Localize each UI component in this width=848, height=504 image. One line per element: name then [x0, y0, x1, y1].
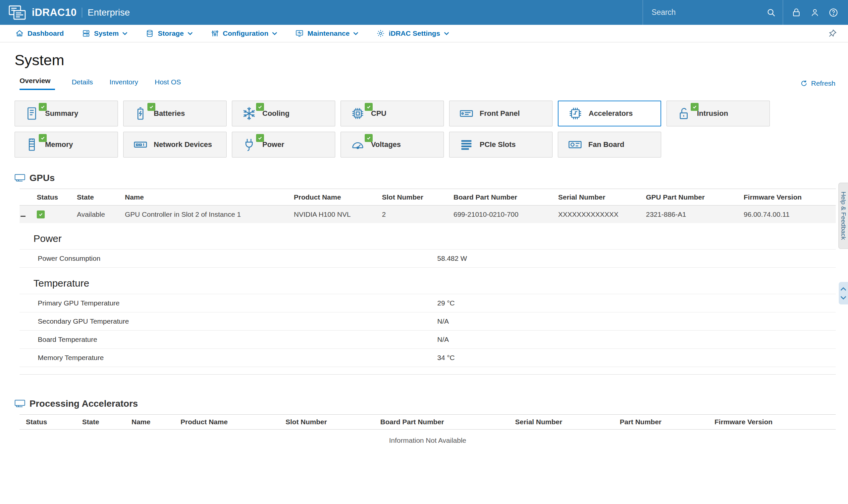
tile-power[interactable]: Power: [232, 132, 335, 158]
tile-label: Accelerators: [589, 109, 633, 118]
temperature-rows: Primary GPU Temperature 29 °C Secondary …: [20, 294, 836, 367]
tile-cpu[interactable]: CPU: [341, 101, 444, 126]
nav-label: System: [94, 30, 119, 37]
col-serial-number: Serial Number: [558, 193, 646, 201]
brand-name: iDRAC10: [32, 6, 76, 19]
tile-intrusion[interactable]: Intrusion: [667, 101, 770, 126]
tile-memory[interactable]: Memory: [15, 132, 118, 158]
gpu-firmware-version-cell: 96.00.74.00.11: [744, 211, 836, 218]
col-slot-number: Slot Number: [285, 418, 380, 426]
gpu-part-number-cell: 2321-886-A1: [646, 211, 744, 218]
tab-host-os[interactable]: Host OS: [155, 78, 181, 90]
health-ok-badge: [39, 134, 47, 142]
cpu-icon: [349, 105, 366, 122]
sliders-icon: [211, 29, 219, 38]
gpu-status-cell: [37, 211, 77, 218]
padlock-icon: [675, 105, 692, 122]
tile-fan-board[interactable]: Fan Board: [558, 132, 661, 158]
nav-label: Storage: [158, 30, 184, 37]
tile-accelerators[interactable]: Accelerators: [558, 101, 661, 126]
chevron-down-icon: [188, 32, 193, 35]
search-input[interactable]: [651, 7, 765, 17]
detail-label: Power Consumption: [38, 254, 437, 263]
tab-inventory[interactable]: Inventory: [110, 78, 138, 90]
main-nav: Dashboard System Storage Configur: [0, 25, 848, 42]
top-icon-group: [783, 0, 848, 25]
tile-voltages[interactable]: Voltages: [341, 132, 444, 158]
tile-front-panel[interactable]: Front Panel: [449, 101, 553, 126]
col-slot-number: Slot Number: [382, 193, 453, 201]
tile-label: Cooling: [262, 109, 290, 118]
scroll-up-icon[interactable]: [840, 286, 847, 291]
detail-row: Secondary GPU Temperature N/A: [20, 312, 836, 330]
tile-label: Batteries: [154, 109, 185, 118]
gpus-table-header: Status State Name Product Name Slot Numb…: [20, 188, 836, 205]
col-firmware-version: Firmware Version: [744, 193, 836, 201]
nav-maintenance[interactable]: Maintenance: [295, 29, 359, 38]
help-feedback-tab[interactable]: Help & Feedback: [838, 183, 848, 249]
gpu-card-icon: [15, 174, 25, 182]
collapse-row-control[interactable]: [20, 211, 37, 218]
detail-value: 58.482 W: [437, 254, 836, 263]
col-name: Name: [132, 418, 180, 426]
tile-batteries[interactable]: Batteries: [123, 101, 227, 126]
tile-pcie-slots[interactable]: PCIe Slots: [449, 132, 553, 158]
gpu-slot-number-cell: 2: [382, 211, 453, 218]
tab-overview[interactable]: Overview: [20, 77, 55, 90]
home-icon: [15, 29, 24, 38]
accelerator-card-icon: [15, 400, 25, 408]
processing-accelerators-table: Status State Name Product Name Slot Numb…: [20, 414, 836, 451]
empty-table-message: Information Not Available: [20, 430, 836, 451]
help-icon[interactable]: [828, 7, 839, 18]
top-bar-right: [643, 0, 848, 25]
nav-idrac-settings[interactable]: iDRAC Settings: [376, 29, 449, 38]
pa-table-header: Status State Name Product Name Slot Numb…: [20, 414, 836, 430]
scroll-down-icon[interactable]: [840, 295, 847, 300]
gpu-detail-panel: Power Power Consumption 58.482 W Tempera…: [20, 233, 836, 375]
front-panel-icon: [458, 105, 475, 122]
health-ok-badge: [256, 103, 264, 111]
tile-row-1: Summary Batteries: [15, 101, 848, 126]
tile-label: Memory: [45, 140, 73, 149]
col-state: State: [82, 418, 132, 426]
tile-network-devices[interactable]: Network Devices: [123, 132, 227, 158]
detail-value: 29 °C: [437, 299, 836, 307]
tile-label: PCIe Slots: [480, 140, 516, 149]
nav-label: Maintenance: [307, 30, 349, 37]
col-product-name: Product Name: [294, 193, 382, 201]
tab-details[interactable]: Details: [72, 78, 93, 90]
brand-divider: [82, 7, 82, 18]
tile-label: CPU: [371, 109, 386, 118]
health-ok-badge: [148, 103, 155, 111]
nav-system[interactable]: System: [82, 29, 128, 38]
search-icon[interactable]: [765, 7, 777, 18]
detail-value: N/A: [437, 336, 836, 343]
lock-icon[interactable]: [791, 7, 802, 18]
server-icon: [82, 29, 90, 38]
detail-value: 34 °C: [437, 354, 836, 362]
health-ok-badge: [39, 103, 47, 111]
col-board-part-number: Board Part Number: [380, 418, 515, 426]
chevron-down-icon: [444, 32, 449, 35]
user-icon[interactable]: [810, 7, 820, 18]
gauge-icon: [349, 136, 366, 153]
gpu-serial-number-cell: XXXXXXXXXXXXX: [558, 211, 646, 218]
brand: iDRAC10 Enterprise: [0, 5, 130, 20]
gpu-product-name-cell: NVIDIA H100 NVL: [294, 211, 382, 218]
nav-dashboard[interactable]: Dashboard: [15, 29, 64, 38]
detail-row: Power Consumption 58.482 W: [20, 250, 836, 268]
chevron-down-icon: [122, 32, 127, 35]
tile-cooling[interactable]: Cooling: [232, 101, 335, 126]
tile-summary[interactable]: Summary: [15, 101, 118, 126]
nav-configuration[interactable]: Configuration: [211, 29, 278, 38]
pin-icon[interactable]: [827, 28, 838, 39]
detail-label: Secondary GPU Temperature: [38, 317, 437, 325]
col-serial-number: Serial Number: [515, 418, 620, 426]
nav-storage[interactable]: Storage: [145, 29, 192, 38]
gpu-state-cell: Available: [77, 211, 125, 218]
refresh-button[interactable]: Refresh: [800, 79, 835, 90]
detail-label: Primary GPU Temperature: [38, 299, 437, 307]
tile-label: Voltages: [371, 140, 401, 149]
health-ok-badge: [365, 103, 373, 111]
nav-label: iDRAC Settings: [388, 30, 440, 37]
